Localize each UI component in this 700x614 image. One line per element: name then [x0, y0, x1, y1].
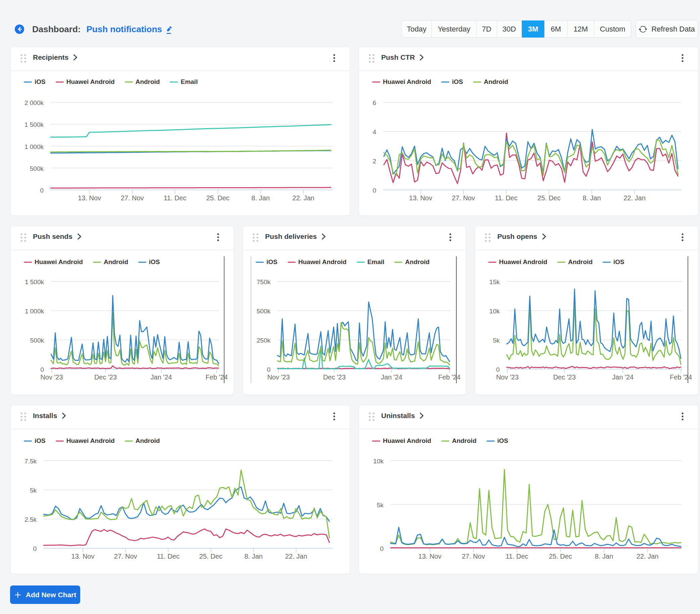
svg-text:5k: 5k [377, 502, 384, 509]
svg-text:1 000k: 1 000k [25, 308, 44, 315]
svg-text:2.5k: 2.5k [25, 516, 37, 523]
svg-text:8. Jan: 8. Jan [583, 194, 601, 202]
svg-text:2 000k: 2 000k [25, 99, 44, 106]
svg-text:10k: 10k [373, 458, 384, 465]
svg-text:22. Jan: 22. Jan [292, 194, 314, 202]
svg-text:25. Dec: 25. Dec [207, 194, 229, 202]
svg-text:750k: 750k [257, 278, 271, 286]
svg-text:13. Nov: 13. Nov [72, 553, 95, 560]
svg-text:7.5k: 7.5k [25, 458, 37, 465]
svg-text:22. Jan: 22. Jan [624, 194, 646, 202]
svg-text:Jan '24: Jan '24 [381, 373, 402, 381]
svg-text:Dec '23: Dec '23 [94, 373, 117, 381]
svg-text:25. Dec: 25. Dec [199, 553, 223, 560]
svg-text:13. Nov: 13. Nov [409, 194, 432, 202]
svg-text:Jan '24: Jan '24 [612, 373, 634, 381]
svg-text:1 500k: 1 500k [25, 278, 44, 286]
svg-text:13. Nov: 13. Nov [78, 194, 101, 202]
svg-text:22. Jan: 22. Jan [285, 553, 308, 560]
svg-text:0: 0 [40, 366, 44, 373]
svg-text:15k: 15k [489, 278, 500, 286]
svg-text:1 500k: 1 500k [25, 121, 44, 128]
svg-text:22. Jan: 22. Jan [637, 553, 659, 560]
svg-text:2: 2 [373, 158, 376, 165]
svg-text:6: 6 [373, 99, 376, 106]
svg-text:27. Nov: 27. Nov [114, 553, 137, 560]
svg-text:11. Dec: 11. Dec [506, 553, 528, 560]
svg-text:27. Nov: 27. Nov [462, 553, 485, 560]
svg-text:11. Dec: 11. Dec [157, 553, 179, 560]
svg-text:Feb '24: Feb '24 [670, 373, 692, 381]
svg-text:27. Nov: 27. Nov [121, 194, 144, 202]
svg-text:25. Dec: 25. Dec [549, 553, 572, 560]
svg-text:4: 4 [373, 128, 376, 136]
svg-text:Nov '23: Nov '23 [40, 373, 63, 381]
svg-text:500k: 500k [30, 165, 44, 172]
svg-text:5k: 5k [30, 487, 37, 494]
svg-text:27. Nov: 27. Nov [452, 194, 475, 202]
svg-text:Feb '24: Feb '24 [438, 373, 460, 381]
svg-text:250k: 250k [257, 337, 271, 344]
svg-text:8. Jan: 8. Jan [244, 553, 262, 560]
svg-text:5k: 5k [493, 337, 500, 344]
svg-text:11. Dec: 11. Dec [164, 194, 186, 202]
svg-text:0: 0 [33, 545, 37, 552]
svg-text:Dec '23: Dec '23 [553, 373, 575, 381]
svg-text:8. Jan: 8. Jan [595, 553, 613, 560]
svg-text:Nov '23: Nov '23 [496, 373, 518, 381]
svg-text:1 000k: 1 000k [25, 143, 44, 150]
svg-text:0: 0 [40, 187, 43, 194]
svg-text:Dec '23: Dec '23 [323, 373, 346, 381]
svg-text:8. Jan: 8. Jan [251, 194, 270, 202]
svg-text:Jan '24: Jan '24 [151, 373, 172, 381]
svg-text:0: 0 [267, 366, 271, 373]
svg-text:0: 0 [496, 366, 500, 373]
svg-text:25. Dec: 25. Dec [538, 194, 561, 202]
svg-text:0: 0 [380, 545, 384, 552]
svg-text:0: 0 [373, 187, 376, 194]
svg-text:500k: 500k [257, 308, 271, 315]
svg-text:500k: 500k [30, 337, 44, 344]
svg-text:Nov '23: Nov '23 [267, 373, 290, 381]
svg-text:13. Nov: 13. Nov [418, 553, 442, 560]
svg-text:11. Dec: 11. Dec [495, 194, 517, 202]
svg-text:10k: 10k [489, 308, 500, 315]
